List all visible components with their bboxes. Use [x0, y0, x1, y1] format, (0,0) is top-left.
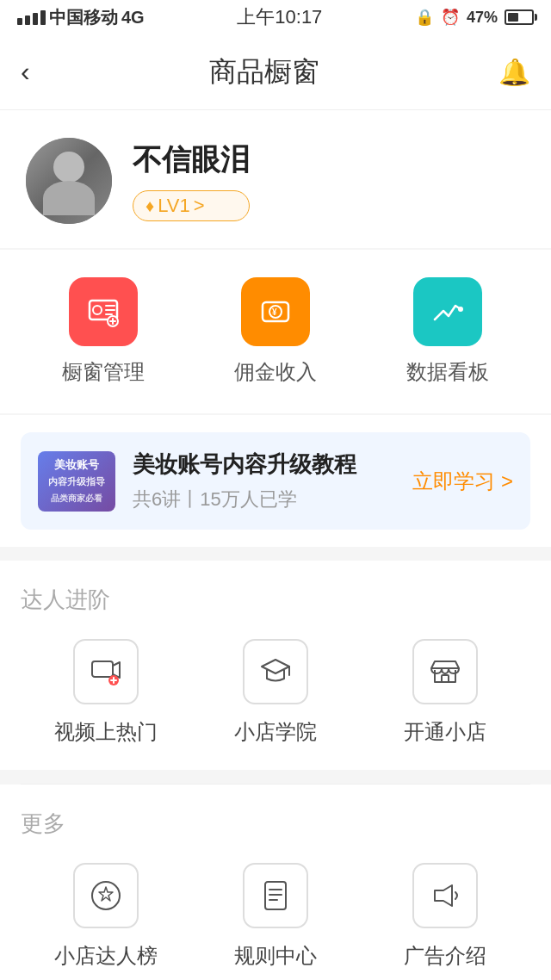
level-text: LV1 [158, 195, 190, 217]
grid-item-rank[interactable]: 小店达人榜 [54, 863, 158, 970]
grid-label-school: 小店学院 [234, 718, 317, 746]
banner-subtitle: 共6讲丨15万人已学 [133, 487, 395, 512]
grid-label-ads: 广告介绍 [404, 942, 486, 970]
ads-icon [412, 863, 478, 928]
more-grid: 小店达人榜 规则中心 广告介绍 [21, 863, 530, 970]
grid-item-rules[interactable]: 规则中心 [224, 863, 327, 970]
svg-marker-16 [262, 660, 289, 673]
grid-item-video-hot[interactable]: 视频上热门 [54, 639, 158, 746]
action-label-chuang: 橱窗管理 [62, 358, 145, 386]
data-icon [413, 277, 482, 346]
notification-bell-button[interactable]: 🔔 [498, 57, 530, 87]
yongjin-icon: ¥ [241, 277, 310, 346]
grid-label-open-shop: 开通小店 [404, 718, 486, 746]
grid-item-school[interactable]: 小店学院 [224, 639, 327, 746]
grid-item-open-shop[interactable]: 开通小店 [393, 639, 497, 746]
banner-thumbnail: 美妆账号 内容升级指导 品类商家必看 [38, 451, 115, 512]
rules-icon [243, 863, 308, 928]
battery-label: 47% [467, 9, 498, 27]
more-section: 更多 小店达人榜 规则中心 [0, 785, 551, 980]
quick-actions: 橱窗管理 ¥ 佣金收入 数据看板 [0, 250, 551, 413]
school-icon [243, 639, 308, 704]
chuang-icon [69, 277, 138, 346]
svg-marker-20 [99, 887, 113, 901]
level-arrow: > [194, 195, 205, 217]
more-section-title: 更多 [21, 809, 530, 839]
banner-cta-button[interactable]: 立即学习 > [412, 468, 513, 495]
grid-label-video-hot: 视频上热门 [54, 718, 158, 746]
banner-text: 美妆账号内容升级教程 共6讲丨15万人已学 [133, 450, 395, 512]
action-yong-jin[interactable]: ¥ 佣金收入 [224, 277, 327, 386]
signal-icon [17, 10, 46, 25]
avatar [26, 138, 112, 224]
banner-section: 美妆账号 内容升级指导 品类商家必看 美妆账号内容升级教程 共6讲丨15万人已学… [0, 415, 551, 547]
grid-item-ads[interactable]: 广告介绍 [393, 863, 497, 970]
svg-rect-12 [92, 661, 113, 677]
nav-bar: ‹ 商品橱窗 🔔 [0, 34, 551, 110]
banner-card[interactable]: 美妆账号 内容升级指导 品类商家必看 美妆账号内容升级教程 共6讲丨15万人已学… [21, 432, 530, 530]
carrier-label: 中国移动 [49, 6, 118, 29]
open-shop-icon [412, 639, 478, 704]
video-hot-icon [73, 639, 139, 704]
level-badge[interactable]: ♦ LV1 > [133, 190, 250, 221]
banner-title: 美妆账号内容升级教程 [133, 450, 395, 480]
page-title: 商品橱窗 [209, 53, 319, 91]
profile-section: 不信眼泪 ♦ LV1 > [0, 110, 551, 248]
svg-point-1 [93, 306, 102, 314]
profile-name: 不信眼泪 [133, 140, 250, 180]
diamond-icon: ♦ [145, 196, 154, 216]
avatar-image [26, 138, 112, 224]
alarm-icon: ⏰ [441, 8, 460, 27]
network-label: 4G [121, 8, 145, 28]
status-left: 中国移动 4G [17, 6, 145, 29]
svg-rect-18 [442, 675, 449, 682]
rank-icon [73, 863, 139, 928]
svg-point-11 [458, 307, 463, 312]
svg-rect-19 [92, 882, 120, 909]
time-label: 上午10:17 [237, 4, 322, 30]
lock-icon: 🔒 [415, 8, 434, 27]
expert-grid: 视频上热门 小店学院 [21, 639, 530, 746]
svg-text:¥: ¥ [272, 307, 277, 317]
battery-icon [505, 9, 534, 25]
status-bar: 中国移动 4G 上午10:17 🔒 ⏰ 47% [0, 0, 551, 34]
action-label-yongjin: 佣金收入 [234, 358, 317, 386]
action-label-data: 数据看板 [406, 358, 489, 386]
status-right: 🔒 ⏰ 47% [415, 8, 534, 27]
back-button[interactable]: ‹ [21, 56, 30, 88]
action-data-board[interactable]: 数据看板 [396, 277, 499, 386]
action-chuang-guan-li[interactable]: 橱窗管理 [52, 277, 155, 386]
expert-section: 达人进阶 视频上热门 小店学院 [0, 561, 551, 770]
grid-label-rules: 规则中心 [234, 942, 317, 970]
expert-section-title: 达人进阶 [21, 585, 530, 615]
grid-label-rank: 小店达人榜 [54, 942, 158, 970]
profile-info: 不信眼泪 ♦ LV1 > [133, 140, 250, 221]
